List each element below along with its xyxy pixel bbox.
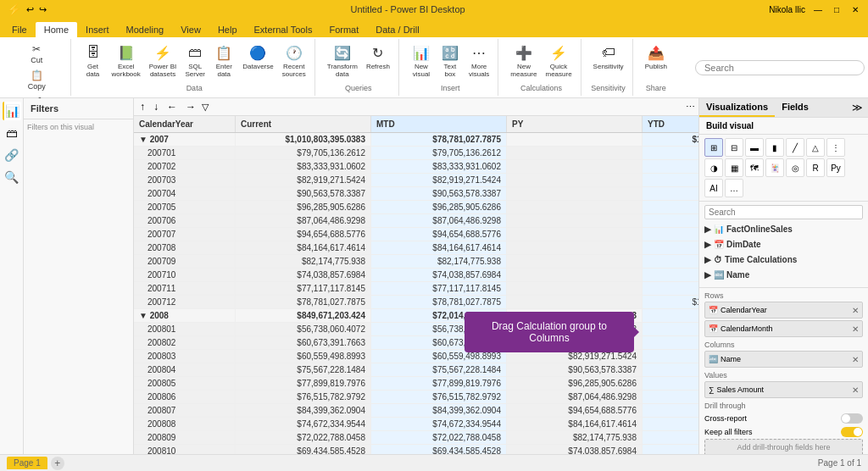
tab-view[interactable]: View (172, 22, 209, 37)
more-visuals-btn[interactable]: ⋯ Morevisuals (465, 41, 492, 80)
viz-area-icon[interactable]: △ (806, 138, 825, 157)
search-input[interactable] (695, 60, 865, 75)
viz-table-icon[interactable]: ⊞ (704, 138, 723, 157)
close-btn[interactable]: ✕ (849, 3, 861, 15)
viz-line-icon[interactable]: ╱ (786, 138, 804, 157)
nav-right[interactable]: → (183, 100, 198, 114)
cross-report-toggle[interactable] (841, 413, 863, 424)
dataverse-btn[interactable]: 🔵 Dataverse (239, 41, 276, 72)
enter-data-btn[interactable]: 📋 Enterdata (210, 41, 237, 80)
data-view-icon[interactable]: 🗃 (3, 124, 21, 142)
nav-down[interactable]: ↓ (151, 100, 161, 114)
cell-current: $78,781,027.7875 (236, 296, 371, 308)
fields-tab[interactable]: Fields (775, 98, 847, 117)
viz-ai-icon[interactable]: AI (704, 179, 723, 197)
report-view-icon[interactable]: 📊 (3, 102, 21, 120)
tab-home[interactable]: Home (36, 22, 77, 37)
pbi-datasets-btn[interactable]: ⚡ Power BIdatasets (146, 41, 180, 80)
cell-current: $82,919,271.5424 (236, 174, 371, 186)
drill-add-fields[interactable]: Add drill-through fields here (704, 439, 863, 454)
cell-year: 200810 (134, 445, 236, 454)
col-header-year: CalendarYear (134, 116, 236, 132)
dax-view-icon[interactable]: 🔍 (3, 168, 21, 186)
cut-icon: ✂ (30, 42, 43, 56)
tab-help[interactable]: Help (209, 22, 246, 37)
recent-sources-btn[interactable]: 🕐 Recentsources (279, 41, 309, 80)
viz-bar-icon[interactable]: ▬ (745, 138, 764, 157)
cut-btn[interactable]: ✂Cut (8, 41, 65, 66)
ribbon: ✂Cut 📋Copy 🖌Format painter Clipboard 🗄 G… (0, 37, 868, 98)
fields-search-input[interactable] (704, 205, 863, 219)
tab-modeling[interactable]: Modeling (118, 22, 173, 37)
viz-matrix-icon[interactable]: ⊟ (725, 138, 743, 157)
new-measure-btn[interactable]: ➕ Newmeasure (507, 41, 540, 80)
remove-calendarmonth-btn[interactable]: ✕ (852, 324, 859, 334)
cell-py: $90,563,578.3387 (507, 363, 643, 376)
cell-current: $82,174,775.938 (236, 255, 371, 268)
viz-card-icon[interactable]: 🃏 (765, 158, 784, 177)
cell-mtd: $74,672,334.9544 (371, 418, 507, 430)
get-data-btn[interactable]: 🗄 Getdata (80, 41, 107, 80)
excel-btn[interactable]: 📗 Excelworkbook (108, 41, 144, 80)
copy-btn[interactable]: 📋Copy (8, 67, 65, 92)
redo-btn[interactable]: ↪ (39, 4, 47, 15)
cell-py: $94,654,688.5776 (507, 404, 643, 417)
viz-map-icon[interactable]: 🗺 (745, 158, 764, 177)
table-area[interactable]: CalendarYear Current MTD PY YTD ▼ 2007 $… (134, 116, 698, 454)
cell-year: 200708 (134, 241, 236, 254)
sensitivity-btn[interactable]: 🏷 Sensitivity (590, 41, 627, 72)
tab-insert[interactable]: Insert (77, 22, 118, 37)
sql-btn[interactable]: 🗃 SQLServer (181, 41, 209, 80)
table-row: 200712 $78,781,027.7875 $78,781,027.7875… (134, 296, 698, 309)
undo-btn[interactable]: ↩ (26, 4, 34, 15)
panel-expand-icon[interactable]: ≫ (847, 98, 868, 117)
tooltip-bubble: Drag Calculation group to Columns (465, 312, 634, 352)
minimize-btn[interactable]: — (812, 3, 824, 15)
tab-data-drill[interactable]: Data / Drill (367, 22, 427, 37)
remove-name-btn[interactable]: ✕ (852, 355, 859, 364)
values-content[interactable]: ∑ Sales Amount ✕ (704, 381, 863, 398)
cell-year: 200809 (134, 431, 236, 444)
more-visuals-icon: ⋯ (469, 42, 489, 63)
right-panel: Visualizations Fields ≫ Build visual ⊞ ⊟… (698, 98, 868, 454)
viz-py-icon[interactable]: Py (826, 158, 845, 177)
keep-filters-knob (854, 428, 862, 436)
nav-row: ↑ ↓ ← → ▽ ⋯ (134, 98, 698, 116)
columns-content[interactable]: 🔤 Name ✕ (704, 351, 863, 368)
new-visual-btn[interactable]: 📊 Newvisual (408, 41, 435, 80)
rows-content[interactable]: 📅 CalendarYear ✕ (704, 302, 863, 319)
page-tab-1[interactable]: Page 1 (7, 457, 47, 469)
add-page-btn[interactable]: + (51, 457, 64, 470)
remove-calendaryear-btn[interactable]: ✕ (852, 306, 859, 315)
tab-format[interactable]: Format (320, 22, 367, 37)
cell-current: $74,038,857.6984 (236, 269, 371, 281)
text-box-btn[interactable]: 🔡 Textbox (437, 41, 464, 80)
viz-pie-icon[interactable]: ◑ (704, 158, 723, 177)
nav-up[interactable]: ↑ (137, 100, 147, 114)
transform-icon: 🔄 (332, 42, 353, 63)
viz-more-icon[interactable]: … (725, 179, 743, 197)
nav-left[interactable]: ← (164, 100, 180, 114)
publish-btn[interactable]: 📤 Publish (642, 41, 670, 72)
viz-column-icon[interactable]: ▮ (765, 138, 784, 157)
copy-icon: 📋 (30, 69, 43, 82)
table-row: 200804 $75,567,228.1484 $75,567,228.1484… (134, 363, 698, 377)
model-view-icon[interactable]: 🔗 (3, 146, 21, 164)
filter-icon[interactable]: ▽ (202, 102, 209, 113)
remove-salesamount-btn[interactable]: ✕ (852, 385, 859, 395)
maximize-btn[interactable]: □ (831, 3, 843, 15)
visualizations-tab[interactable]: Visualizations (699, 98, 775, 117)
col-header-mtd: MTD (371, 116, 507, 132)
viz-treemap-icon[interactable]: ▦ (725, 158, 743, 177)
rows-content-2[interactable]: 📅 CalendarMonth ✕ (704, 320, 863, 337)
transform-data-btn[interactable]: 🔄 Transformdata (324, 41, 361, 80)
tab-file[interactable]: File (3, 22, 36, 37)
viz-r-icon[interactable]: R (806, 158, 825, 177)
keep-filters-toggle[interactable] (841, 427, 863, 437)
viz-gauge-icon[interactable]: ◎ (786, 158, 804, 177)
viz-scatter-icon[interactable]: ⋮ (826, 138, 845, 157)
expand-icon[interactable]: ⋯ (686, 102, 695, 113)
quick-measure-btn[interactable]: ⚡ Quickmeasure (542, 41, 575, 80)
refresh-btn[interactable]: ↻ Refresh (363, 41, 393, 72)
tab-external-tools[interactable]: External Tools (246, 22, 321, 37)
